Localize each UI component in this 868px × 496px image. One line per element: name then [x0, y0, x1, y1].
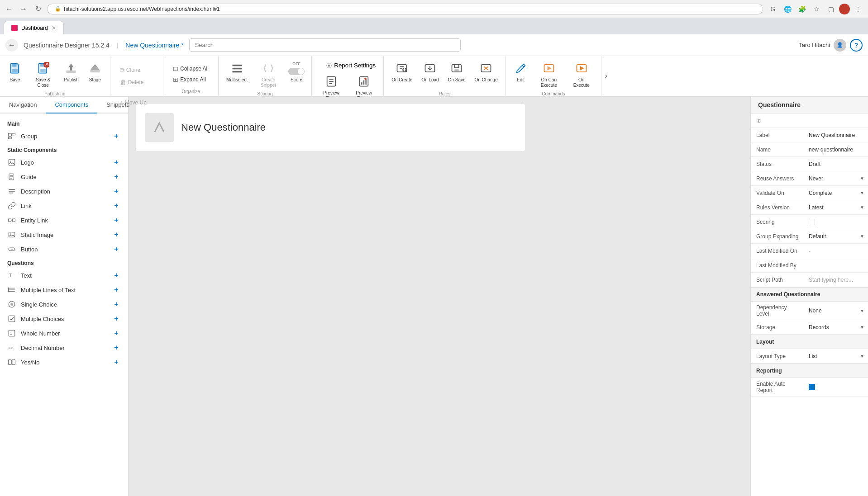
extensions-icon[interactable]: 🧩 — [796, 3, 808, 15]
tab-favicon — [11, 25, 18, 31]
multiselect-label: Multiselect — [226, 77, 248, 83]
clone-button[interactable]: ⧉ Clone — [116, 65, 148, 76]
ribbon-expand[interactable]: › — [601, 56, 611, 96]
sidebar-item-static-image[interactable]: Static Image + — [0, 227, 128, 242]
multiple-choices-add-btn[interactable]: + — [112, 314, 121, 323]
description-add-btn[interactable]: + — [112, 187, 121, 196]
bookmark-icon[interactable]: ☆ — [810, 3, 823, 15]
reuse-answers-label: Reuse Answers — [751, 173, 805, 184]
multiline-add-btn[interactable]: + — [112, 285, 121, 294]
forward-button[interactable]: → — [18, 4, 29, 14]
reuse-answers-text: Never — [809, 175, 823, 182]
help-button[interactable]: ? — [850, 39, 863, 52]
last-modified-on-value: - — [805, 245, 868, 257]
report-settings-label: Report Settings — [334, 62, 376, 69]
sidebar-item-entity-link[interactable]: Entity Link + — [0, 213, 128, 227]
svg-rect-37 — [9, 137, 12, 139]
decimal-number-add-btn[interactable]: + — [112, 343, 121, 352]
property-row-last-modified-by: Last Modified By — [751, 258, 868, 273]
delete-button[interactable]: 🗑 Delete — [116, 77, 148, 88]
translate-icon[interactable]: 🌐 — [781, 3, 794, 15]
guide-add-btn[interactable]: + — [112, 172, 121, 181]
url-text: hitachi-solutions2.app.us.resco.net/WebI… — [64, 6, 220, 12]
layout-type-value[interactable]: List ▼ — [805, 350, 868, 362]
refresh-button[interactable]: ↻ — [33, 4, 43, 14]
storage-value[interactable]: Records ▼ — [805, 321, 868, 333]
last-modified-by-value[interactable] — [805, 263, 868, 268]
sidebar-item-group[interactable]: Group + — [0, 129, 128, 143]
text-add-btn[interactable]: + — [112, 271, 121, 280]
tab-components[interactable]: Components — [46, 97, 97, 113]
report-settings-button[interactable]: Report Settings — [322, 60, 380, 71]
dependency-level-value[interactable]: None ▼ — [805, 305, 868, 316]
multiselect-button[interactable]: Multiselect — [222, 58, 252, 90]
button-add-btn[interactable]: + — [112, 245, 121, 254]
on-can-execute-button[interactable]: On Can Execute — [533, 58, 565, 90]
sidebar-item-button[interactable]: Button + — [0, 242, 128, 256]
stage-button[interactable]: Stage — [84, 58, 106, 90]
static-image-add-btn[interactable]: + — [112, 230, 121, 239]
save-label: Save — [10, 77, 20, 83]
enable-auto-report-checkbox[interactable] — [809, 384, 815, 390]
name-value[interactable]: new-questionnaire — [805, 144, 868, 156]
save-close-button[interactable]: ✕ Save & Close — [27, 58, 59, 90]
edit-button[interactable]: Edit — [510, 58, 532, 90]
single-choice-add-btn[interactable]: + — [112, 300, 121, 309]
active-tab[interactable]: Dashboard ✕ — [4, 21, 64, 34]
whole-number-add-btn[interactable]: + — [112, 329, 121, 338]
expand-all-button[interactable]: ⊞ Expand All — [169, 74, 213, 85]
search-input[interactable] — [189, 38, 461, 52]
sidebar-item-whole-number[interactable]: 1 Whole Number + — [0, 326, 128, 340]
on-create-button[interactable]: On Create — [387, 58, 416, 90]
label-value[interactable]: New Questionnaire — [805, 129, 868, 141]
clone-icon: ⧉ — [120, 66, 124, 74]
on-save-button[interactable]: On Save — [444, 58, 470, 90]
property-row-scoring: Scoring — [751, 215, 868, 229]
rules-version-value[interactable]: Latest ▼ — [805, 202, 868, 213]
dependency-level-chevron: ▼ — [860, 308, 864, 313]
validate-on-value[interactable]: Complete ▼ — [805, 187, 868, 199]
yes-no-add-btn[interactable]: + — [112, 358, 121, 367]
script-path-value[interactable]: Start typing here... — [805, 274, 868, 286]
sidebar-item-guide[interactable]: Guide + — [0, 170, 128, 184]
on-load-button[interactable]: On Load — [417, 58, 443, 90]
scoring-checkbox[interactable] — [809, 219, 815, 225]
link-add-btn[interactable]: + — [112, 201, 121, 210]
create-snippet-button[interactable]: Create Snippet — [253, 58, 284, 90]
app-back-button[interactable]: ← — [5, 39, 18, 52]
tab-close[interactable]: ✕ — [52, 25, 56, 31]
on-change-button[interactable]: On Change — [471, 58, 502, 90]
sidebar-item-multiple-choices[interactable]: Multiple Choices + — [0, 312, 128, 326]
menu-icon[interactable]: ⋮ — [852, 3, 864, 15]
collapse-all-button[interactable]: ⊟ Collapse All — [169, 63, 213, 74]
group-add-btn[interactable]: + — [112, 132, 121, 141]
reuse-answers-value[interactable]: Never ▼ — [805, 173, 868, 184]
group-expanding-value[interactable]: Default ▼ — [805, 231, 868, 242]
sidebar-item-decimal-number[interactable]: 0.2 Decimal Number + — [0, 340, 128, 355]
sidebar-item-description[interactable]: Description + — [0, 184, 128, 198]
id-value[interactable] — [805, 118, 868, 123]
svg-rect-49 — [13, 219, 15, 222]
entity-link-add-btn[interactable]: + — [112, 216, 121, 225]
score-button[interactable]: OFF Score — [285, 58, 308, 90]
sidebar-item-link[interactable]: Link + — [0, 198, 128, 213]
save-button[interactable]: Save — [4, 58, 26, 90]
move-up-button[interactable]: ↑ Move Up — [116, 97, 157, 108]
on-execute-button[interactable]: On Execute — [566, 58, 597, 90]
on-load-label: On Load — [421, 77, 439, 83]
tab-navigation[interactable]: Navigation — [0, 97, 46, 113]
google-icon[interactable]: G — [767, 3, 779, 15]
sidebar-item-logo[interactable]: Logo + — [0, 155, 128, 170]
sidebar-item-text[interactable]: T Text + — [0, 268, 128, 283]
sidebar-item-single-choice[interactable]: Single Choice + — [0, 297, 128, 312]
sidebar-item-yes-no[interactable]: Yes/No + — [0, 355, 128, 369]
back-button[interactable]: ← — [4, 4, 14, 14]
publish-button[interactable]: Publish — [60, 58, 83, 90]
sidebar-item-multiline[interactable]: Multiple Lines of Text + — [0, 283, 128, 297]
on-create-label: On Create — [391, 77, 412, 83]
address-bar[interactable]: 🔒 hitachi-solutions2.app.us.resco.net/We… — [47, 4, 763, 14]
logo-add-btn[interactable]: + — [112, 158, 121, 167]
properties-table: Id Label New Questionnaire Name new-ques… — [751, 113, 868, 397]
window-icon[interactable]: ▢ — [825, 3, 837, 15]
button-label: Button — [21, 246, 107, 253]
